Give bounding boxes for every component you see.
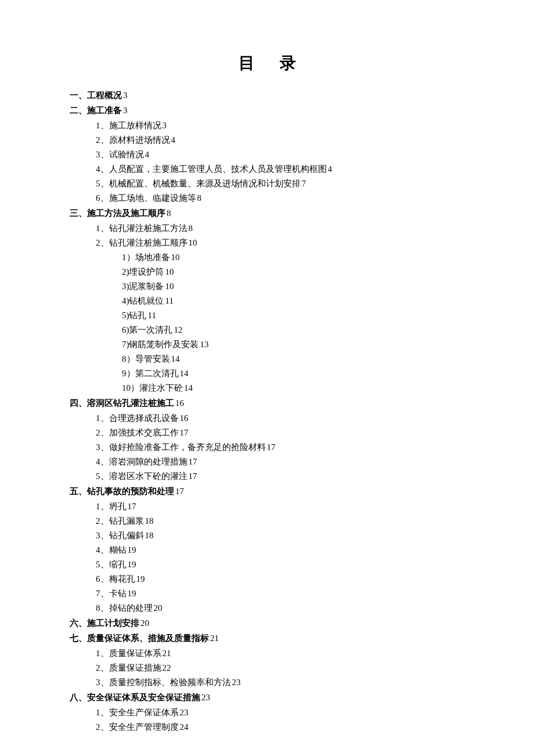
toc-entry: 4、溶岩洞隙的处理措施17 — [70, 455, 464, 469]
toc-entry: 二、施工准备3 — [70, 103, 464, 117]
toc-entry-page: 8 — [189, 224, 193, 233]
toc-entry: 5、机械配置、机械数量、来源及进场情况和计划安排7 — [70, 177, 464, 190]
toc-entry-page: 23 — [201, 693, 210, 702]
toc-entry: 5、缩孔19 — [70, 557, 464, 571]
toc-entry-page: 23 — [232, 678, 241, 687]
toc-entry: 6)第一次清孔12 — [70, 323, 464, 337]
toc-entry: 1、施工放样情况3 — [70, 118, 464, 132]
toc-entry-text: 1、坍孔 — [96, 502, 127, 511]
toc-entry-page: 17 — [189, 457, 197, 466]
toc-entry-page: 14 — [171, 354, 180, 363]
toc-entry-text: 四、溶洞区钻孔灌注桩施工 — [70, 398, 174, 408]
toc-entry: 4)钻机就位11 — [70, 294, 464, 308]
toc-entry-page: 3 — [123, 91, 128, 100]
toc-entry: 2、钻孔漏浆18 — [70, 514, 464, 528]
toc-entry-text: 2、原材料进场情况 — [96, 135, 170, 145]
toc-entry-page: 24 — [180, 722, 189, 732]
toc-entry: 2)埋设护筒10 — [70, 265, 464, 279]
toc-entry-text: 2、钻孔漏浆 — [96, 516, 144, 525]
toc-entry: 2、质量保证措施22 — [70, 661, 464, 675]
toc-entry-page: 19 — [136, 574, 145, 584]
toc-entry-text: 七、质量保证体系、措施及质量指标 — [70, 633, 209, 643]
toc-entry-page: 11 — [165, 296, 174, 305]
toc-entry-page: 4 — [171, 135, 176, 145]
toc-entry-page: 21 — [210, 633, 219, 643]
toc-entry-text: 1、质量保证体系 — [96, 649, 161, 658]
toc-entry-page: 19 — [128, 589, 136, 598]
toc-entry-page: 11 — [148, 311, 156, 320]
toc-entry-text: 7)钢筋笼制作及安装 — [122, 340, 199, 349]
toc-entry: 4、人员配置，主要施工管理人员、技术人员及管理机构框图4 — [70, 162, 464, 176]
toc-entry-text: 4)钻机就位 — [122, 296, 164, 305]
toc-entry-text: 2、质量保证措施 — [96, 663, 161, 672]
toc-entry-page: 4 — [328, 164, 333, 174]
toc-entry-page: 7 — [302, 179, 306, 188]
table-of-contents: 一、工程概况3二、施工准备31、施工放样情况32、原材料进场情况43、试验情况4… — [70, 88, 464, 734]
toc-entry-page: 17 — [175, 487, 184, 496]
toc-entry-page: 10 — [165, 267, 174, 276]
toc-entry-page: 23 — [180, 708, 189, 717]
toc-entry: 2、原材料进场情况4 — [70, 133, 464, 147]
toc-entry: 2、钻孔灌注桩施工顺序10 — [70, 236, 464, 250]
toc-entry-text: 4、溶岩洞隙的处理措施 — [96, 457, 187, 466]
toc-entry: 五、钻孔事故的预防和处理17 — [70, 484, 464, 498]
toc-entry: 1、钻孔灌注桩施工方法8 — [70, 221, 464, 235]
toc-entry: 1、质量保证体系21 — [70, 646, 464, 660]
toc-entry-page: 16 — [175, 398, 184, 408]
toc-entry-text: 5)钻孔 — [122, 311, 147, 320]
toc-entry: 2、加强技术交底工作17 — [70, 426, 464, 440]
toc-entry-page: 17 — [189, 471, 197, 481]
toc-entry-text: 1、合理选择成孔设备 — [96, 413, 179, 423]
toc-entry-text: 8、掉钻的处理 — [96, 603, 153, 613]
toc-entry: 5)钻孔11 — [70, 308, 464, 322]
toc-entry-page: 10 — [171, 253, 180, 262]
toc-entry-page: 17 — [128, 502, 136, 511]
toc-entry: 1、坍孔17 — [70, 499, 464, 513]
toc-entry-text: 1、施工放样情况 — [96, 121, 161, 130]
toc-entry: 七、质量保证体系、措施及质量指标21 — [70, 631, 464, 645]
toc-entry: 八、安全保证体系及安全保证措施23 — [70, 690, 464, 704]
toc-entry: 4、糊钻19 — [70, 543, 464, 557]
toc-entry-page: 19 — [128, 560, 136, 569]
toc-entry-text: 五、钻孔事故的预防和处理 — [70, 487, 174, 496]
toc-entry-text: 4、人员配置，主要施工管理人员、技术人员及管理机构框图 — [96, 164, 327, 174]
toc-entry-text: 5、机械配置、机械数量、来源及进场情况和计划安排 — [96, 179, 301, 188]
toc-entry-page: 17 — [180, 428, 189, 437]
toc-entry-page: 13 — [200, 340, 209, 349]
toc-entry-page: 3 — [123, 106, 128, 115]
toc-entry-page: 4 — [145, 150, 150, 159]
toc-entry: 3、做好抢险准备工作，备齐充足的抢险材料17 — [70, 440, 464, 454]
toc-entry: 5、溶岩区水下砼的灌注17 — [70, 469, 464, 483]
toc-entry-text: 10）灌注水下砼 — [122, 383, 183, 393]
toc-entry-page: 16 — [180, 413, 189, 423]
toc-entry-text: 一、工程概况 — [70, 91, 122, 100]
toc-entry-page: 8 — [197, 193, 202, 203]
toc-entry-text: 4、糊钻 — [96, 545, 127, 555]
toc-entry-text: 二、施工准备 — [70, 106, 122, 115]
toc-entry-text: 六、施工计划安排 — [70, 618, 139, 628]
toc-entry-text: 3、质量控制指标、检验频率和方法 — [96, 678, 231, 687]
toc-entry-text: 5、溶岩区水下砼的灌注 — [96, 471, 187, 481]
toc-entry-text: 1、安全生产保证体系 — [96, 708, 179, 717]
toc-entry: 1）场地准备10 — [70, 250, 464, 264]
toc-entry-page: 18 — [145, 531, 154, 540]
toc-entry: 四、溶洞区钻孔灌注桩施工16 — [70, 396, 464, 410]
toc-entry-page: 14 — [184, 383, 193, 393]
toc-entry: 6、施工场地、临建设施等8 — [70, 191, 464, 205]
toc-entry-page: 21 — [163, 649, 171, 658]
toc-entry-text: 7、卡钻 — [96, 589, 127, 598]
toc-entry-text: 八、安全保证体系及安全保证措施 — [70, 693, 200, 702]
toc-entry-page: 20 — [140, 618, 149, 628]
toc-entry-text: 1、钻孔灌注桩施工方法 — [96, 224, 187, 233]
toc-entry-text: 1）场地准备 — [122, 253, 170, 262]
toc-entry-text: 6、施工场地、临建设施等 — [96, 193, 196, 203]
toc-entry-page: 8 — [167, 208, 171, 218]
toc-entry-page: 22 — [163, 663, 171, 672]
toc-entry: 1、安全生产保证体系23 — [70, 705, 464, 719]
toc-entry: 8、掉钻的处理20 — [70, 601, 464, 615]
toc-entry: 3、试验情况4 — [70, 147, 464, 161]
toc-entry-text: 3、做好抢险准备工作，备齐充足的抢险材料 — [96, 442, 266, 452]
toc-entry: 8）导管安装14 — [70, 352, 464, 366]
toc-entry-text: 3、试验情况 — [96, 150, 144, 159]
toc-entry-page: 12 — [174, 325, 183, 334]
